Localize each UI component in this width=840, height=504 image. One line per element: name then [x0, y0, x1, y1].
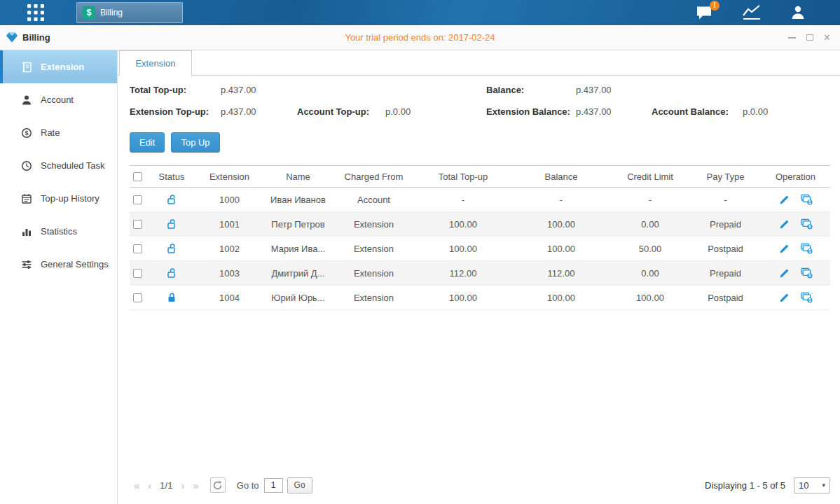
account-balance-value: p.0.00 — [743, 106, 830, 117]
sidebar-item-top-up-history[interactable]: Top-up History — [0, 182, 117, 215]
column-header: Balance — [512, 166, 610, 188]
row-checkbox[interactable] — [133, 244, 142, 253]
sidebar-item-extension[interactable]: Extension — [0, 50, 117, 83]
topup-icon[interactable]: $ — [801, 267, 813, 279]
sidebar: ExtensionAccount$RateScheduled TaskTop-u… — [0, 50, 118, 504]
edit-icon[interactable] — [779, 219, 790, 230]
topup-icon[interactable]: $ — [801, 194, 813, 205]
total-topup-cell: 100.00 — [414, 286, 512, 310]
balance-label: Balance: — [486, 85, 576, 95]
extension-topup-label: Extension Top-up: — [130, 106, 221, 117]
total-topup-cell: 100.00 — [414, 237, 512, 261]
apps-grid-icon[interactable] — [27, 4, 45, 21]
rate-icon: $ — [21, 127, 32, 139]
next-page-button[interactable]: › — [177, 479, 188, 491]
credit-limit-cell: 50.00 — [610, 237, 690, 261]
billing-summary: Total Top-up: p.437.00 Balance: p.437.00… — [130, 85, 830, 117]
edit-icon[interactable] — [779, 293, 790, 303]
chevron-down-icon: ▾ — [822, 482, 825, 489]
row-checkbox[interactable] — [133, 269, 142, 278]
extension-cell: 1000 — [196, 188, 263, 212]
top-up-button[interactable]: Top Up — [171, 132, 219, 153]
topup-history-icon — [21, 193, 32, 204]
svg-text:$: $ — [808, 298, 811, 303]
table-header-row: StatusExtensionNameCharged FromTotal Top… — [130, 166, 830, 188]
column-header: Total Top-up — [414, 166, 512, 188]
table-row: 1003Дмитрий Д...Extension112.00112.000.0… — [130, 261, 830, 286]
extension-icon — [21, 62, 32, 73]
topup-icon[interactable]: $ — [801, 218, 813, 230]
displaying-text: Displaying 1 - 5 of 5 — [705, 480, 785, 491]
pay-type-cell: Prepaid — [690, 261, 761, 286]
last-page-button[interactable]: » — [188, 479, 202, 491]
goto-page-input[interactable] — [264, 478, 283, 493]
page-size-select[interactable]: 10 ▾ — [794, 477, 830, 493]
scheduled-task-icon — [21, 160, 32, 172]
table-row: 1000Иван ИвановAccount----$ — [130, 188, 830, 212]
unlocked-status-icon — [166, 267, 177, 279]
balance-cell: 112.00 — [512, 261, 610, 286]
body-row: ExtensionAccount$RateScheduled TaskTop-u… — [0, 50, 840, 504]
edit-button[interactable]: Edit — [130, 132, 165, 153]
row-checkbox[interactable] — [133, 293, 142, 302]
credit-limit-cell: 100.00 — [610, 286, 690, 310]
account-balance-label: Account Balance: — [652, 106, 743, 117]
goto-label: Go to — [237, 480, 259, 491]
prev-page-button[interactable]: ‹ — [144, 479, 156, 491]
sidebar-item-scheduled-task[interactable]: Scheduled Task — [0, 149, 117, 182]
sidebar-item-rate[interactable]: $Rate — [0, 116, 117, 149]
sidebar-item-label: General Settings — [41, 259, 109, 270]
pagination-right: Displaying 1 - 5 of 5 10 ▾ — [705, 477, 830, 493]
go-button[interactable]: Go — [287, 477, 312, 493]
table-row: 1002Мария Ива...Extension100.00100.0050.… — [130, 237, 830, 261]
maximize-button[interactable] — [806, 34, 813, 41]
first-page-button[interactable]: « — [130, 479, 144, 491]
close-button[interactable]: × — [824, 32, 830, 43]
refresh-button[interactable] — [210, 477, 226, 493]
tab-extension[interactable]: Extension — [119, 50, 192, 76]
charged-from-cell: Extension — [333, 212, 414, 237]
sidebar-item-label: Account — [41, 94, 74, 105]
svg-text:$: $ — [808, 224, 811, 230]
topup-icon[interactable]: $ — [801, 292, 813, 303]
messages-icon[interactable]: ! — [696, 5, 714, 21]
minimize-button[interactable] — [788, 37, 796, 38]
billing-dollar-icon: $ — [83, 6, 95, 19]
sidebar-item-account[interactable]: Account — [0, 83, 117, 116]
extension-balance-label: Extension Balance: — [486, 106, 576, 117]
topup-icon[interactable]: $ — [801, 243, 813, 254]
row-checkbox[interactable] — [133, 195, 142, 204]
select-all-checkbox[interactable] — [133, 172, 142, 181]
statistics-icon — [21, 226, 32, 237]
column-header: Credit Limit — [610, 166, 690, 188]
sidebar-item-statistics[interactable]: Statistics — [0, 215, 117, 248]
billing-app-tab[interactable]: $ Billing — [76, 2, 183, 23]
billing-logo-icon — [6, 32, 18, 43]
notification-badge: ! — [710, 1, 719, 10]
name-cell: Юрий Юрь... — [263, 286, 333, 310]
edit-icon[interactable] — [779, 244, 790, 254]
sidebar-item-label: Top-up History — [41, 193, 99, 204]
sidebar-item-label: Statistics — [41, 226, 77, 237]
total-topup-cell: - — [414, 188, 512, 212]
total-topup-cell: 100.00 — [414, 212, 512, 237]
general-settings-icon — [21, 259, 32, 270]
resource-monitor-icon[interactable] — [742, 4, 762, 21]
main-panel: Extension Total Top-up: p.437.00 Balance… — [118, 50, 840, 504]
balance-value: p.437.00 — [576, 85, 652, 95]
user-account-icon[interactable] — [790, 4, 806, 21]
sidebar-item-label: Rate — [41, 127, 60, 138]
balance-cell: 100.00 — [512, 237, 610, 261]
row-checkbox[interactable] — [133, 220, 142, 229]
credit-limit-cell: 0.00 — [610, 212, 690, 237]
action-buttons: Edit Top Up — [130, 132, 830, 153]
total-topup-cell: 112.00 — [414, 261, 512, 286]
edit-icon[interactable] — [779, 268, 790, 279]
pay-type-cell: Postpaid — [690, 286, 761, 310]
name-cell: Мария Ива... — [263, 237, 333, 261]
sidebar-item-general-settings[interactable]: General Settings — [0, 248, 117, 281]
name-cell: Дмитрий Д... — [263, 261, 333, 286]
charged-from-cell: Account — [333, 188, 414, 212]
unlocked-status-icon — [166, 194, 177, 205]
edit-icon[interactable] — [779, 195, 790, 205]
